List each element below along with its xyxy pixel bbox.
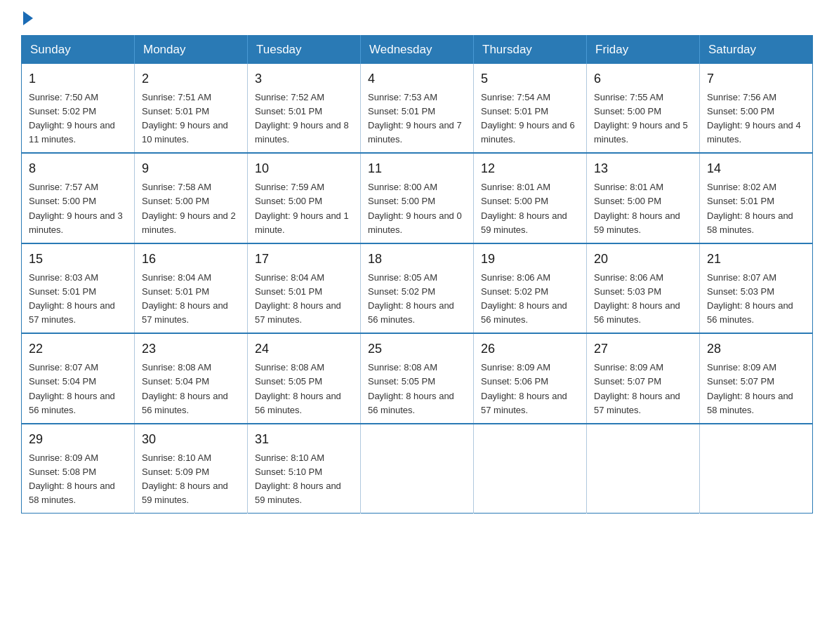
day-number: 25 (368, 340, 466, 359)
page-header (21, 14, 813, 21)
day-info: Sunrise: 8:03 AMSunset: 5:01 PMDaylight:… (29, 271, 127, 328)
calendar-week-row: 22Sunrise: 8:07 AMSunset: 5:04 PMDayligh… (22, 333, 813, 423)
day-number: 10 (255, 159, 353, 179)
calendar-cell: 17Sunrise: 8:04 AMSunset: 5:01 PMDayligh… (248, 243, 361, 333)
day-info: Sunrise: 8:04 AMSunset: 5:01 PMDaylight:… (255, 271, 353, 328)
day-header-saturday: Saturday (700, 36, 813, 65)
logo-triangle-icon (23, 11, 33, 25)
day-info: Sunrise: 8:00 AMSunset: 5:00 PMDaylight:… (368, 180, 466, 237)
calendar-cell: 28Sunrise: 8:09 AMSunset: 5:07 PMDayligh… (700, 333, 813, 423)
day-info: Sunrise: 8:01 AMSunset: 5:00 PMDaylight:… (481, 180, 579, 237)
day-number: 18 (368, 250, 466, 269)
calendar-cell: 26Sunrise: 8:09 AMSunset: 5:06 PMDayligh… (474, 333, 587, 423)
day-number: 29 (29, 430, 127, 450)
day-number: 5 (481, 69, 579, 89)
calendar-cell: 24Sunrise: 8:08 AMSunset: 5:05 PMDayligh… (248, 333, 361, 423)
calendar-cell: 19Sunrise: 8:06 AMSunset: 5:02 PMDayligh… (474, 243, 587, 333)
day-number: 14 (707, 159, 805, 179)
day-info: Sunrise: 7:52 AMSunset: 5:01 PMDaylight:… (255, 90, 353, 147)
calendar-cell: 22Sunrise: 8:07 AMSunset: 5:04 PMDayligh… (22, 333, 135, 423)
calendar-cell: 18Sunrise: 8:05 AMSunset: 5:02 PMDayligh… (361, 243, 474, 333)
day-number: 30 (142, 430, 240, 450)
day-info: Sunrise: 7:50 AMSunset: 5:02 PMDaylight:… (29, 90, 127, 147)
calendar-cell: 16Sunrise: 8:04 AMSunset: 5:01 PMDayligh… (135, 243, 248, 333)
day-info: Sunrise: 7:53 AMSunset: 5:01 PMDaylight:… (368, 90, 466, 147)
day-number: 9 (142, 159, 240, 179)
day-number: 8 (29, 159, 127, 179)
day-info: Sunrise: 8:10 AMSunset: 5:10 PMDaylight:… (255, 451, 353, 508)
day-info: Sunrise: 8:06 AMSunset: 5:02 PMDaylight:… (481, 271, 579, 328)
day-number: 4 (368, 69, 466, 89)
calendar-cell: 23Sunrise: 8:08 AMSunset: 5:04 PMDayligh… (135, 333, 248, 423)
calendar-cell: 11Sunrise: 8:00 AMSunset: 5:00 PMDayligh… (361, 153, 474, 243)
day-number: 26 (481, 340, 579, 359)
day-info: Sunrise: 8:07 AMSunset: 5:04 PMDaylight:… (29, 361, 127, 417)
day-number: 6 (594, 69, 692, 89)
day-info: Sunrise: 8:09 AMSunset: 5:07 PMDaylight:… (594, 361, 692, 417)
calendar-cell: 14Sunrise: 8:02 AMSunset: 5:01 PMDayligh… (700, 153, 813, 243)
calendar-cell: 31Sunrise: 8:10 AMSunset: 5:10 PMDayligh… (248, 424, 361, 514)
day-number: 13 (594, 159, 692, 179)
calendar-cell: 6Sunrise: 7:55 AMSunset: 5:00 PMDaylight… (587, 64, 700, 153)
calendar-week-row: 15Sunrise: 8:03 AMSunset: 5:01 PMDayligh… (22, 243, 813, 333)
day-number: 1 (29, 69, 127, 89)
day-info: Sunrise: 7:59 AMSunset: 5:00 PMDaylight:… (255, 180, 353, 237)
calendar-cell (587, 424, 700, 514)
day-info: Sunrise: 8:08 AMSunset: 5:05 PMDaylight:… (368, 361, 466, 417)
calendar-cell: 25Sunrise: 8:08 AMSunset: 5:05 PMDayligh… (361, 333, 474, 423)
calendar-cell: 7Sunrise: 7:56 AMSunset: 5:00 PMDaylight… (700, 64, 813, 153)
day-header-thursday: Thursday (474, 36, 587, 65)
calendar-cell: 1Sunrise: 7:50 AMSunset: 5:02 PMDaylight… (22, 64, 135, 153)
day-info: Sunrise: 7:58 AMSunset: 5:00 PMDaylight:… (142, 180, 240, 237)
logo (21, 14, 33, 21)
day-number: 28 (707, 340, 805, 359)
day-header-wednesday: Wednesday (361, 36, 474, 65)
calendar-cell: 3Sunrise: 7:52 AMSunset: 5:01 PMDaylight… (248, 64, 361, 153)
day-info: Sunrise: 8:08 AMSunset: 5:05 PMDaylight:… (255, 361, 353, 417)
calendar-cell: 27Sunrise: 8:09 AMSunset: 5:07 PMDayligh… (587, 333, 700, 423)
day-number: 3 (255, 69, 353, 89)
calendar-cell: 21Sunrise: 8:07 AMSunset: 5:03 PMDayligh… (700, 243, 813, 333)
day-number: 22 (29, 340, 127, 359)
day-info: Sunrise: 7:55 AMSunset: 5:00 PMDaylight:… (594, 90, 692, 147)
calendar-cell: 29Sunrise: 8:09 AMSunset: 5:08 PMDayligh… (22, 424, 135, 514)
day-number: 11 (368, 159, 466, 179)
day-header-friday: Friday (587, 36, 700, 65)
day-number: 7 (707, 69, 805, 89)
day-number: 12 (481, 159, 579, 179)
calendar-table: SundayMondayTuesdayWednesdayThursdayFrid… (21, 35, 813, 514)
day-number: 19 (481, 250, 579, 269)
calendar-cell (474, 424, 587, 514)
day-number: 16 (142, 250, 240, 269)
day-info: Sunrise: 8:10 AMSunset: 5:09 PMDaylight:… (142, 451, 240, 508)
day-info: Sunrise: 8:09 AMSunset: 5:06 PMDaylight:… (481, 361, 579, 417)
calendar-cell (361, 424, 474, 514)
day-info: Sunrise: 8:02 AMSunset: 5:01 PMDaylight:… (707, 180, 805, 237)
day-number: 20 (594, 250, 692, 269)
day-number: 27 (594, 340, 692, 359)
calendar-cell: 13Sunrise: 8:01 AMSunset: 5:00 PMDayligh… (587, 153, 700, 243)
day-header-sunday: Sunday (22, 36, 135, 65)
day-number: 23 (142, 340, 240, 359)
calendar-cell: 8Sunrise: 7:57 AMSunset: 5:00 PMDaylight… (22, 153, 135, 243)
day-number: 15 (29, 250, 127, 269)
day-info: Sunrise: 7:54 AMSunset: 5:01 PMDaylight:… (481, 90, 579, 147)
day-info: Sunrise: 7:57 AMSunset: 5:00 PMDaylight:… (29, 180, 127, 237)
calendar-cell: 15Sunrise: 8:03 AMSunset: 5:01 PMDayligh… (22, 243, 135, 333)
day-info: Sunrise: 8:06 AMSunset: 5:03 PMDaylight:… (594, 271, 692, 328)
day-info: Sunrise: 8:09 AMSunset: 5:07 PMDaylight:… (707, 361, 805, 417)
day-info: Sunrise: 8:07 AMSunset: 5:03 PMDaylight:… (707, 271, 805, 328)
calendar-week-row: 8Sunrise: 7:57 AMSunset: 5:00 PMDaylight… (22, 153, 813, 243)
calendar-cell: 5Sunrise: 7:54 AMSunset: 5:01 PMDaylight… (474, 64, 587, 153)
calendar-cell (700, 424, 813, 514)
day-number: 21 (707, 250, 805, 269)
calendar-cell: 4Sunrise: 7:53 AMSunset: 5:01 PMDaylight… (361, 64, 474, 153)
calendar-week-row: 1Sunrise: 7:50 AMSunset: 5:02 PMDaylight… (22, 64, 813, 153)
calendar-cell: 10Sunrise: 7:59 AMSunset: 5:00 PMDayligh… (248, 153, 361, 243)
day-info: Sunrise: 8:09 AMSunset: 5:08 PMDaylight:… (29, 451, 127, 508)
day-info: Sunrise: 8:04 AMSunset: 5:01 PMDaylight:… (142, 271, 240, 328)
calendar-week-row: 29Sunrise: 8:09 AMSunset: 5:08 PMDayligh… (22, 424, 813, 514)
day-info: Sunrise: 8:01 AMSunset: 5:00 PMDaylight:… (594, 180, 692, 237)
calendar-cell: 2Sunrise: 7:51 AMSunset: 5:01 PMDaylight… (135, 64, 248, 153)
day-number: 2 (142, 69, 240, 89)
